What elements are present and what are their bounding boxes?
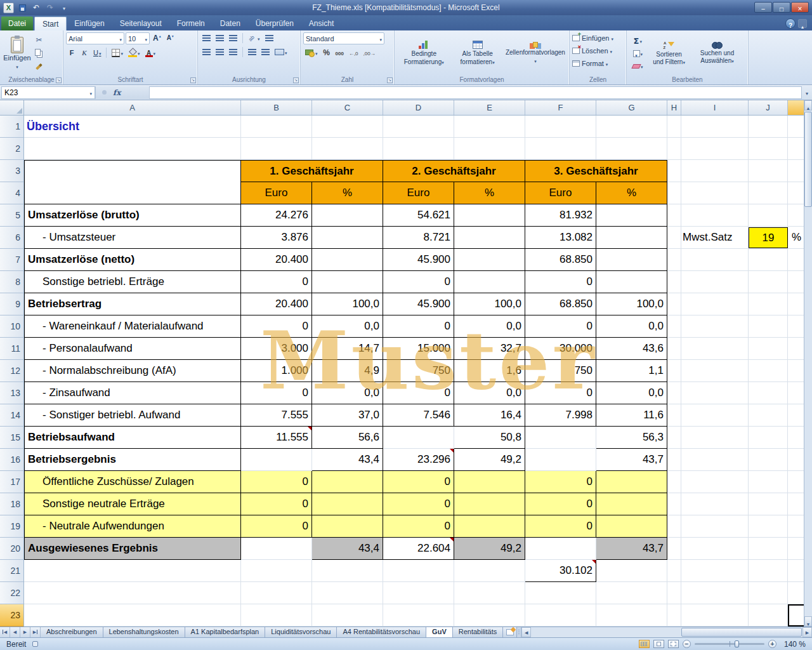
cell-C18[interactable] (312, 493, 383, 515)
cell-B8[interactable]: 0 (241, 271, 312, 293)
align-bottom-button[interactable] (227, 32, 239, 44)
sheet-tab-a4-rentabilitätsvorschau[interactable]: A4 Rentabilitätsvorschau (337, 627, 426, 637)
cell-G20[interactable]: 43,7 (596, 538, 667, 560)
cell-F7[interactable]: 68.850 (525, 249, 596, 271)
align-top-button[interactable] (200, 32, 213, 44)
cell-area[interactable]: Muster Übersicht1. Geschäftsjahr2. Gesch… (24, 116, 804, 627)
cell-G14[interactable]: 11,6 (596, 404, 667, 427)
dialog-launcher-icon[interactable] (387, 77, 393, 83)
sheet-tab-lebenshaltungskosten[interactable]: Lebenshaltungskosten (103, 627, 185, 637)
cell-B10[interactable]: 0 (241, 315, 312, 338)
column-header-F[interactable]: F (525, 100, 596, 115)
next-sheet-button[interactable] (20, 627, 30, 637)
page-layout-view-button[interactable] (653, 640, 664, 648)
fill-color-button[interactable] (126, 47, 142, 58)
first-sheet-button[interactable] (0, 627, 10, 637)
comma-style-button[interactable] (334, 47, 346, 58)
page-break-view-button[interactable] (668, 640, 679, 648)
cell-E17[interactable] (454, 471, 525, 493)
sub-header-5[interactable]: Euro (525, 182, 596, 204)
increase-decimal-button[interactable] (347, 47, 360, 58)
row-header-9[interactable]: 9 (0, 293, 23, 315)
cell-A9[interactable]: Betriebsertrag (24, 293, 241, 315)
cell-A3[interactable] (24, 160, 241, 204)
column-header-E[interactable]: E (454, 100, 525, 115)
cell-C16[interactable]: 43,4 (312, 449, 383, 471)
cell-C17[interactable] (312, 471, 383, 493)
column-header-A[interactable]: A (24, 100, 241, 115)
cell-E6[interactable] (454, 227, 525, 249)
paste-button[interactable]: Einfügen (3, 32, 32, 74)
sheet-tab-rentabilitäts[interactable]: Rentabilitäts (453, 627, 504, 637)
format-as-table-button[interactable]: Als Tabelle formatieren (450, 32, 504, 74)
minimize-button[interactable] (754, 2, 772, 13)
cell-G5[interactable] (596, 204, 667, 227)
shrink-font-button[interactable] (165, 33, 176, 44)
scroll-left-button[interactable] (521, 627, 531, 637)
dialog-launcher-icon[interactable] (56, 77, 62, 83)
column-header-C[interactable]: C (312, 100, 383, 115)
cell-F13[interactable]: 0 (525, 382, 596, 404)
cell-D11[interactable]: 15.000 (383, 338, 454, 360)
cell-F5[interactable]: 81.932 (525, 204, 596, 227)
cell-F18[interactable]: 0 (525, 493, 596, 515)
maximize-button[interactable] (773, 2, 790, 13)
cell-F12[interactable]: 750 (525, 360, 596, 382)
cell-E12[interactable]: 1,6 (454, 360, 525, 382)
underline-button[interactable]: U (91, 47, 103, 58)
decrease-indent-button[interactable] (246, 46, 258, 58)
row-header-12[interactable]: 12 (0, 360, 23, 382)
horizontal-scroll-thumb[interactable] (681, 628, 802, 637)
cell-B13[interactable]: 0 (241, 382, 312, 404)
cell-G15[interactable]: 56,3 (596, 427, 667, 449)
sheet-tab-abschreibungen[interactable]: Abschreibungen (41, 627, 103, 637)
cell-A19[interactable]: - Neutrale Aufwendungen (24, 515, 241, 538)
delete-cells-button[interactable]: Löschen (572, 45, 624, 56)
autosum-button[interactable]: Σ (631, 35, 645, 46)
cell-D12[interactable]: 750 (383, 360, 454, 382)
cell-D19[interactable]: 0 (383, 515, 454, 538)
cell-E8[interactable] (454, 271, 525, 293)
row-header-13[interactable]: 13 (0, 382, 23, 404)
minimize-ribbon-button[interactable] (798, 19, 807, 28)
row-header-20[interactable]: 20 (0, 538, 23, 560)
row-header-23[interactable]: 23 (0, 604, 23, 627)
row-header-2[interactable]: 2 (0, 138, 23, 160)
cell-G6[interactable] (596, 227, 667, 249)
macro-record-icon[interactable] (32, 641, 38, 647)
cell-F17[interactable]: 0 (525, 471, 596, 493)
row-header-14[interactable]: 14 (0, 404, 23, 427)
cell-C6[interactable] (312, 227, 383, 249)
vertical-scrollbar[interactable] (804, 100, 812, 627)
format-cells-button[interactable]: Format (572, 58, 624, 69)
percent-style-button[interactable] (321, 47, 332, 58)
font-size-select[interactable]: 10 (126, 32, 150, 44)
row-header-10[interactable]: 10 (0, 315, 23, 338)
cell-G9[interactable]: 100,0 (596, 293, 667, 315)
row-header-5[interactable]: 5 (0, 204, 23, 227)
cell-D9[interactable]: 45.900 (383, 293, 454, 315)
wrap-text-button[interactable] (263, 32, 275, 44)
orientation-button[interactable] (246, 32, 262, 44)
cell-A6[interactable]: - Umsatzsteuer (24, 227, 241, 249)
dialog-launcher-icon[interactable] (293, 77, 299, 83)
sub-header-6[interactable]: % (596, 182, 667, 204)
increase-indent-button[interactable] (259, 46, 272, 58)
cell-C11[interactable]: 14,7 (312, 338, 383, 360)
column-header-H[interactable]: H (667, 100, 681, 115)
name-box[interactable]: K23 (1, 86, 95, 99)
cell-E5[interactable] (454, 204, 525, 227)
tab-start[interactable]: Start (34, 17, 67, 30)
align-middle-button[interactable] (214, 32, 226, 44)
zoom-level[interactable]: 140 % (780, 640, 806, 649)
cell-D13[interactable]: 0 (383, 382, 454, 404)
tab-datei[interactable]: Datei (1, 17, 33, 30)
cell-C5[interactable] (312, 204, 383, 227)
grow-font-button[interactable] (151, 33, 164, 44)
cell-F16[interactable]: 30.102 (525, 560, 596, 582)
cell-B9[interactable]: 20.400 (241, 293, 312, 315)
year-header-2[interactable]: 2. Geschäftsjahr (383, 160, 525, 182)
row-header-21[interactable]: 21 (0, 560, 23, 582)
cell-G16[interactable]: 43,7 (596, 449, 667, 471)
cell-C15[interactable]: 56,6 (312, 427, 383, 449)
